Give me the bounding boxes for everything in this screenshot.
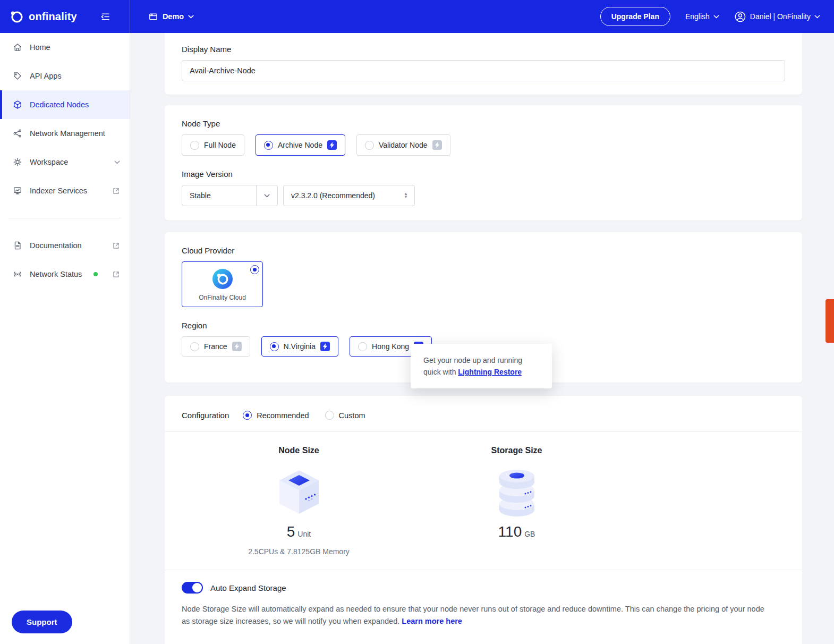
radio-selected — [243, 411, 252, 420]
storage-size-title: Storage Size — [433, 446, 600, 455]
sidebar-item-workspace[interactable]: Workspace — [0, 148, 130, 176]
node-type-option-full[interactable]: Full Node — [182, 134, 244, 156]
node-size-title: Node Size — [165, 446, 433, 455]
provider-name: OnFinality Cloud — [199, 294, 246, 301]
node-type-card: Node Type Full Node Archive Node Validat… — [165, 105, 802, 221]
sidebar-item-label: Dedicated Nodes — [30, 100, 89, 109]
configuration-option-recommended[interactable]: Recommended — [243, 411, 309, 420]
image-version-value: v2.3.2.0 (Recommended) — [284, 191, 404, 200]
sidebar-item-dedicated-nodes[interactable]: Dedicated Nodes — [0, 90, 130, 119]
option-label: Validator Node — [379, 141, 428, 149]
radio-selected — [270, 342, 279, 351]
display-name-input[interactable] — [182, 60, 785, 81]
option-label: N.Virginia — [284, 342, 316, 351]
radio-unselected — [325, 411, 334, 420]
user-name: Daniel | OnFinality — [750, 12, 811, 21]
node-size-number: 5 — [287, 523, 295, 540]
home-icon — [13, 43, 22, 52]
image-version-row: Stable v2.3.2.0 (Recommended) ▲▼ — [182, 185, 785, 206]
option-label: Full Node — [204, 141, 236, 149]
node-type-label: Node Type — [182, 119, 785, 128]
configuration-row: Configuration Recommended Custom — [165, 396, 802, 431]
configuration-card: Configuration Recommended Custom Node Si… — [165, 396, 802, 644]
configuration-option-custom[interactable]: Custom — [325, 411, 365, 420]
learn-more-link[interactable]: Learn more here — [402, 617, 462, 625]
sidebar-item-label: Workspace — [30, 158, 68, 166]
display-name-card: Display Name — [165, 33, 802, 95]
language-label: English — [685, 12, 710, 21]
language-selector[interactable]: English — [685, 12, 719, 21]
node-size-column: Node Size 5Unit — [165, 446, 433, 556]
display-name-label: Display Name — [182, 45, 785, 54]
sidebar-item-documentation[interactable]: Documentation — [0, 231, 130, 260]
up-down-caret-icon: ▲▼ — [404, 192, 408, 199]
provider-onfinality-cloud[interactable]: OnFinality Cloud — [182, 261, 263, 307]
lightning-restore-disabled-icon — [432, 140, 442, 150]
storage-size-column: Storage Size — [433, 446, 600, 556]
user-menu[interactable]: Daniel | OnFinality — [734, 11, 820, 23]
lightning-restore-tooltip: Get your node up and running quick with … — [411, 344, 552, 388]
external-link-icon — [112, 187, 120, 195]
upgrade-plan-button[interactable]: Upgrade Plan — [600, 7, 670, 26]
auto-expand-toggle[interactable] — [182, 582, 203, 594]
sidebar-item-home[interactable]: Home — [0, 33, 130, 62]
sidebar-item-label: Network Management — [30, 129, 105, 138]
region-option-france[interactable]: France — [182, 336, 250, 357]
node-type-option-archive[interactable]: Archive Node — [256, 134, 345, 156]
navbar-divider — [130, 0, 130, 33]
lightning-restore-link[interactable]: Lightning Restore — [458, 368, 522, 376]
configuration-label: Configuration — [182, 411, 229, 420]
chevron-down-icon — [188, 15, 194, 19]
signal-icon — [13, 269, 22, 279]
main-content: Display Name Node Type Full Node Archive… — [130, 33, 834, 644]
cloud-provider-label: Cloud Provider — [182, 246, 785, 255]
radio-unselected — [190, 141, 199, 150]
size-section: Node Size 5Unit — [165, 431, 802, 570]
lightning-restore-disabled-icon — [232, 342, 242, 351]
node-size-detail: 2.5CPUs & 7.8125GB Memory — [165, 547, 433, 556]
top-navbar: onfinality Demo Upgrade Plan English Dan… — [0, 0, 834, 33]
image-version-select[interactable]: v2.3.2.0 (Recommended) ▲▼ — [283, 185, 415, 206]
sidebar-item-label: Indexer Services — [30, 187, 87, 195]
radio-selected — [264, 141, 273, 150]
workspace-icon — [148, 12, 158, 22]
sidebar-item-label: Network Status — [30, 270, 82, 278]
storage-note-text: Node Storage Size will automatically exp… — [182, 605, 764, 625]
radio-unselected — [358, 342, 367, 351]
radio-unselected — [365, 141, 374, 150]
external-link-icon — [112, 242, 120, 250]
configuration-options: Recommended Custom — [243, 411, 365, 420]
storage-size-value: 110GB — [433, 523, 600, 540]
release-channel-select[interactable]: Stable — [182, 185, 278, 206]
status-ok-dot — [93, 272, 98, 276]
sidebar-item-indexer-services[interactable]: Indexer Services — [0, 176, 130, 205]
sidebar-collapse-icon[interactable] — [100, 12, 110, 22]
support-button[interactable]: Support — [12, 611, 72, 633]
chevron-down-icon — [814, 15, 820, 19]
region-label: Region — [182, 321, 785, 330]
feedback-edge-tab[interactable] — [826, 299, 834, 343]
workspace-switcher[interactable]: Demo — [148, 12, 194, 22]
node-type-option-validator[interactable]: Validator Node — [356, 134, 450, 156]
document-icon — [13, 241, 22, 250]
option-label: Custom — [339, 411, 365, 420]
sidebar-item-network-management[interactable]: Network Management — [0, 119, 130, 148]
sidebar-item-network-status[interactable]: Network Status — [0, 260, 130, 289]
sidebar: Home API Apps Dedicated Nodes Network Ma… — [0, 33, 130, 644]
node-size-unit: Unit — [297, 530, 311, 538]
chevron-down-icon — [114, 160, 120, 164]
node-type-options: Full Node Archive Node Validator Node — [182, 134, 785, 156]
network-share-icon — [13, 129, 22, 138]
chevron-down-icon — [713, 15, 719, 19]
node-cube-icon — [13, 100, 22, 109]
node-cube-illustration — [165, 464, 433, 519]
sidebar-divider — [8, 218, 121, 218]
sidebar-item-api-apps[interactable]: API Apps — [0, 62, 130, 90]
option-label: Archive Node — [278, 141, 322, 149]
lightning-restore-icon — [327, 140, 337, 150]
region-option-nvirginia[interactable]: N.Virginia — [261, 336, 338, 357]
workspace-name: Demo — [163, 12, 184, 21]
option-label: Hong Kong — [372, 342, 409, 351]
brand[interactable]: onfinality — [0, 10, 77, 24]
storage-note: Node Storage Size will automatically exp… — [165, 601, 786, 644]
